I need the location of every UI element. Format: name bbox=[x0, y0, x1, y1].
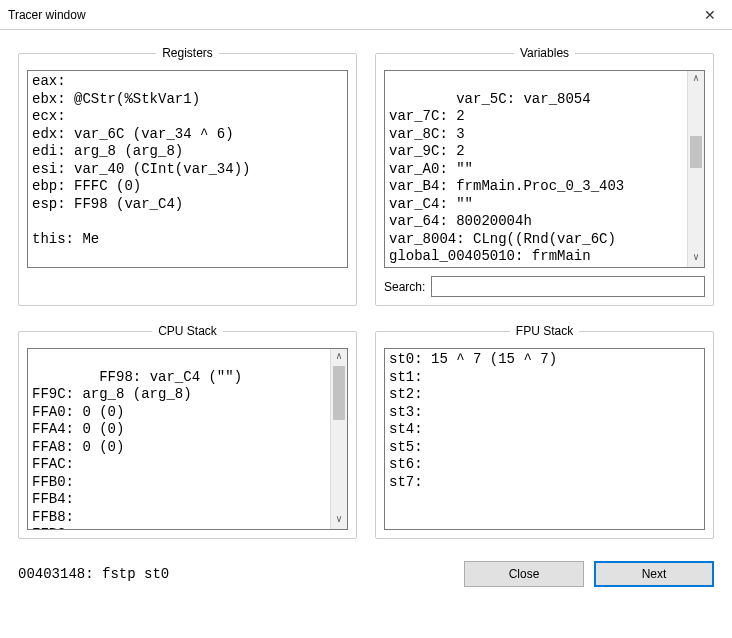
current-instruction: 00403148: fstp st0 bbox=[18, 566, 464, 582]
scroll-track[interactable] bbox=[331, 366, 347, 512]
fpu-stack-title: FPU Stack bbox=[510, 324, 579, 338]
variables-content[interactable]: var_5C: var_8054 var_7C: 2 var_8C: 3 var… bbox=[384, 70, 705, 268]
search-label: Search: bbox=[384, 280, 425, 294]
fpu-stack-content[interactable]: st0: 15 ^ 7 (15 ^ 7) st1: st2: st3: st4:… bbox=[384, 348, 705, 530]
footer: 00403148: fstp st0 Close Next bbox=[0, 549, 732, 587]
variables-panel: Variables var_5C: var_8054 var_7C: 2 var… bbox=[375, 46, 714, 306]
title-bar: Tracer window ✕ bbox=[0, 0, 732, 30]
cpu-stack-title: CPU Stack bbox=[152, 324, 223, 338]
registers-panel: Registers eax: ebx: @CStr(%StkVar1) ecx:… bbox=[18, 46, 357, 306]
registers-content[interactable]: eax: ebx: @CStr(%StkVar1) ecx: edx: var_… bbox=[27, 70, 348, 268]
variables-scrollbar[interactable]: ∧ ∨ bbox=[687, 71, 704, 267]
registers-title: Registers bbox=[156, 46, 219, 60]
next-button[interactable]: Next bbox=[594, 561, 714, 587]
scroll-up-icon[interactable]: ∧ bbox=[331, 349, 347, 366]
scroll-down-icon[interactable]: ∨ bbox=[688, 250, 704, 267]
fpu-stack-panel: FPU Stack st0: 15 ^ 7 (15 ^ 7) st1: st2:… bbox=[375, 324, 714, 539]
cpu-stack-content[interactable]: FF98: var_C4 ("") FF9C: arg_8 (arg_8) FF… bbox=[27, 348, 348, 530]
cpu-stack-panel: CPU Stack FF98: var_C4 ("") FF9C: arg_8 … bbox=[18, 324, 357, 539]
window-title: Tracer window bbox=[8, 8, 86, 22]
scroll-down-icon[interactable]: ∨ bbox=[331, 512, 347, 529]
variables-text: var_5C: var_8054 var_7C: 2 var_8C: 3 var… bbox=[389, 91, 624, 269]
variables-search-row: Search: bbox=[384, 276, 705, 297]
window-close-button[interactable]: ✕ bbox=[688, 0, 732, 30]
search-input[interactable] bbox=[431, 276, 705, 297]
scroll-thumb[interactable] bbox=[690, 136, 702, 168]
cpu-stack-scrollbar[interactable]: ∧ ∨ bbox=[330, 349, 347, 529]
close-button[interactable]: Close bbox=[464, 561, 584, 587]
close-icon: ✕ bbox=[704, 7, 716, 23]
scroll-thumb[interactable] bbox=[333, 366, 345, 420]
cpu-stack-text: FF98: var_C4 ("") FF9C: arg_8 (arg_8) FF… bbox=[32, 369, 242, 531]
scroll-track[interactable] bbox=[688, 88, 704, 250]
variables-title: Variables bbox=[514, 46, 575, 60]
scroll-up-icon[interactable]: ∧ bbox=[688, 71, 704, 88]
